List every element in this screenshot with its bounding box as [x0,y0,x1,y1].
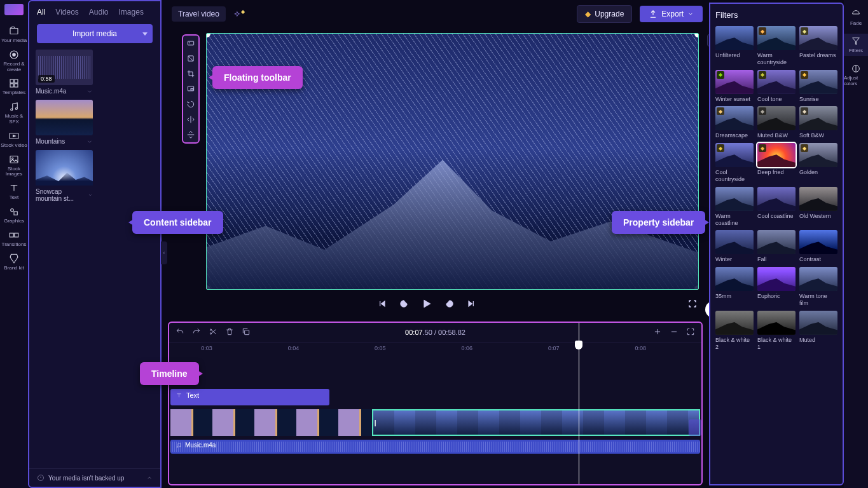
sidebar-collapse-handle[interactable]: ‹ [161,241,167,264]
delete-button[interactable] [225,327,234,337]
svg-point-8 [15,108,17,110]
tab-audio[interactable]: Audio [89,8,109,17]
skip-end-button[interactable] [466,299,476,311]
undo-button[interactable] [176,327,184,337]
playhead[interactable] [579,323,579,484]
timeline-ruler[interactable]: 0:030:040:050:060:070:08 [169,342,701,357]
svg-rect-10 [10,156,18,163]
video-track[interactable]: Snowcap mountain stars.png || [170,409,700,436]
flip-h-icon[interactable] [186,114,196,125]
filter-muted-b-w[interactable]: ◆Muted B&W [757,106,796,139]
media-item[interactable]: Snowcap mountain st... [36,150,93,202]
nav-your-media[interactable]: Your media [0,23,28,46]
remove-bg-icon[interactable] [186,53,196,64]
filter-cool-tone[interactable]: ◆Cool tone [757,70,796,103]
zoom-out-button[interactable] [670,327,679,337]
filter-warm-coastline[interactable]: Warm coastline [715,187,754,227]
timeline-toolbar: 00:07.50 / 00:58.82 [169,323,701,342]
nav-brand-kit[interactable]: Brand kit [0,250,28,274]
filter-fall[interactable]: Fall [757,230,796,263]
premium-badge-icon: ◆ [759,107,766,115]
clip-trim-handle[interactable]: || [375,419,375,426]
callout-content-sidebar: Content sidebar [132,211,223,234]
duplicate-button[interactable] [242,327,251,337]
filter-black-white-1[interactable]: Black & white 1 [757,311,796,351]
fullscreen-button[interactable] [687,299,698,311]
text-track-clip[interactable]: Text [170,389,329,405]
resize-handle-tl[interactable] [206,33,210,37]
resize-handle-bl[interactable] [206,285,210,290]
filter-contrast[interactable]: Contrast [799,230,837,263]
svg-rect-13 [14,212,17,215]
media-item[interactable]: 0:58Music.m4a [36,50,93,95]
nav-record-create[interactable]: Record & create [0,46,28,76]
import-media-button[interactable]: Import media [37,24,153,43]
filter-old-western[interactable]: Old Western [799,187,837,227]
filter-unfiltered[interactable]: Unfiltered [715,26,754,66]
tab-videos[interactable]: Videos [55,8,78,17]
project-name-input[interactable]: Travel video [172,6,226,22]
timecode: 00:07.50 / 00:58.82 [405,329,465,336]
filter-cool-coastline[interactable]: Cool coastline [757,187,796,227]
svg-point-22 [210,329,211,330]
premium-badge-icon: ◆ [801,107,808,115]
rotate-icon[interactable] [186,99,196,109]
video-clip-mountains[interactable] [170,409,372,436]
svg-point-23 [210,333,211,334]
nav-text[interactable]: Text [0,180,28,203]
play-button[interactable] [420,297,433,313]
filter-warm-tone-film[interactable]: Warm tone film [799,267,837,307]
resize-handle-br[interactable] [694,285,699,290]
media-item[interactable]: Mountains [36,100,93,145]
filter-cool-countryside[interactable]: ◆Cool countryside [715,143,754,183]
upgrade-button[interactable]: ◆Upgrade [577,5,632,23]
filter-euphoric[interactable]: Euphoric [757,267,796,307]
redo-button[interactable] [192,327,201,337]
split-button[interactable] [209,327,217,337]
nav-transitions[interactable]: Transitions [0,227,28,250]
nav-music-sfx[interactable]: Music & SFX [0,98,28,128]
skip-start-button[interactable] [377,299,387,311]
filter-deep-fried[interactable]: ◆Deep fried [757,143,796,183]
zoom-fit-button[interactable] [686,327,695,337]
export-button[interactable]: Export [640,6,703,22]
resize-handle-tr[interactable] [694,33,699,37]
content-sidebar: AllVideosAudioImages Import media 0:58Mu… [28,0,162,488]
nav-stock-images[interactable]: Stock images [0,151,28,180]
backup-warning[interactable]: Your media isn't backed up [29,468,160,487]
filter-warm-countryside[interactable]: ◆Warm countryside [757,26,796,66]
filter-dreamscape[interactable]: ◆Dreamscape [715,106,754,139]
premium-badge-icon: ◆ [759,27,766,35]
crop-icon[interactable] [186,69,196,79]
pip-icon[interactable] [186,84,196,94]
nav-templates[interactable]: Templates [0,75,28,98]
filter-black-white-2[interactable]: Black & white 2 [715,311,754,351]
filter-pastel-dreams[interactable]: ◆Pastel dreams [799,26,837,66]
premium-badge-icon: ◆ [759,71,766,79]
video-clip-snowcap[interactable]: Snowcap mountain stars.png || [372,409,700,436]
ruler-tick: 0:07 [548,345,560,351]
nav-graphics[interactable]: Graphics [0,203,28,227]
rail-adjust-colors[interactable]: Adjust colors [844,61,868,89]
audio-track-clip[interactable]: Music.m4a [170,440,700,454]
rail-filters[interactable]: Filters [844,34,868,56]
filter-winter-sunset[interactable]: ◆Winter sunset [715,70,754,103]
flip-v-icon[interactable] [186,130,196,140]
tab-all[interactable]: All [37,8,45,17]
tab-images[interactable]: Images [119,8,144,17]
filter-muted[interactable]: Muted [799,311,837,351]
nav-stock-video[interactable]: Stock video [0,128,28,151]
filter-sunrise[interactable]: ◆Sunrise [799,70,837,103]
seek-fwd-button[interactable] [444,299,455,311]
callout-property-sidebar: Property sidebar [612,211,705,234]
frame-icon[interactable] [186,38,196,48]
filter-soft-b-w[interactable]: ◆Soft B&W [799,106,837,139]
zoom-in-button[interactable] [653,327,662,337]
filter-golden[interactable]: ◆Golden [799,143,837,183]
seek-back-button[interactable] [399,299,409,311]
rail-fade[interactable]: Fade [844,6,868,29]
magic-tools-icon[interactable]: ✧◆ [233,9,245,19]
filter-35mm[interactable]: 35mm [715,267,754,307]
filter-winter[interactable]: Winter [715,230,754,263]
svg-point-12 [11,208,14,212]
